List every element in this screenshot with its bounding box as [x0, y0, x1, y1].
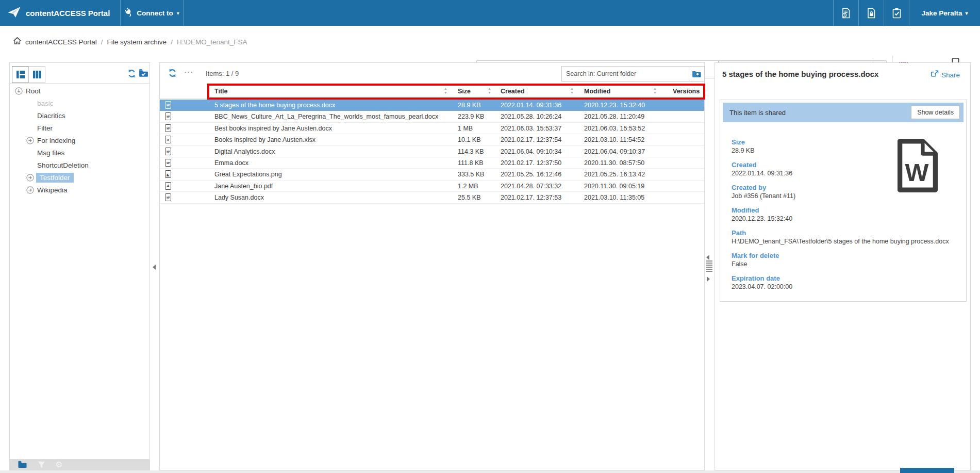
expand-collapse-icon [15, 87, 23, 95]
items-count: Items: 1 / 9 [206, 70, 239, 77]
tree-item-label: Diacritics [37, 112, 65, 120]
breadcrumb-archive[interactable]: File system archive [107, 38, 167, 46]
folder-tree-panel: Root basic Diacritics Filter For indexin… [9, 62, 150, 470]
item-details-panel: 5 stages of the home buying process.docx… [715, 62, 971, 470]
file-created: 2021.02.17. 12:37:54 [501, 136, 561, 143]
tree-item-label: Filter [37, 124, 53, 132]
file-modified: 2021.03.10. 11:54:52 [584, 136, 644, 143]
share-button[interactable]: Share [931, 70, 960, 79]
folders-tab-icon[interactable] [18, 461, 27, 470]
column-view-toggle-icon[interactable] [28, 66, 45, 83]
word-document-icon: W [895, 138, 940, 195]
file-size: 223.9 KB [458, 113, 484, 120]
more-options-icon[interactable]: ··· [184, 67, 193, 76]
select-folder-icon[interactable] [139, 69, 148, 79]
tree-item-basic[interactable]: basic [10, 97, 150, 109]
field-value: False [732, 260, 886, 268]
settings-gear-icon[interactable]: ⚙ [55, 459, 62, 470]
tree-footer-bar: ⚙ [10, 459, 150, 470]
table-row[interactable]: Books inspired by Jane Austen.xlsx 10.1 … [160, 134, 704, 145]
tree-refresh-icon[interactable] [127, 69, 136, 80]
document-lock-icon[interactable] [858, 0, 884, 26]
panel-collapse-left-arrow[interactable] [706, 255, 709, 260]
tree-item-label: Root [26, 87, 41, 95]
file-title: Great Expectations.png [214, 171, 282, 178]
column-header-created[interactable]: Created [501, 88, 525, 95]
field-label: Size [732, 138, 886, 146]
details-title: 5 stages of the home buying process.docx [722, 70, 908, 78]
svg-text:W: W [905, 158, 929, 186]
tasks-document-clock-icon[interactable] [833, 0, 858, 26]
file-list-panel: ··· Items: 1 / 9 Title ▲▼ Size ▲▼ Create… [159, 62, 705, 470]
table-row[interactable]: Lady Susan.docx 25.5 KB 2021.02.17. 12:3… [160, 192, 704, 203]
field-value: Job #356 (Tenant #11) [732, 192, 886, 200]
partially-visible-blue-button[interactable] [900, 468, 954, 473]
tree-view-toggle-icon[interactable] [12, 66, 29, 83]
tree-item-diacritics[interactable]: Diacritics [10, 109, 150, 122]
filter-funnel-icon[interactable] [38, 461, 45, 470]
tree-item-shortcutdeletion[interactable]: ShortcutDeletion [10, 159, 150, 171]
folder-search-button[interactable] [689, 66, 705, 81]
field-mark-for-delete: Mark for delete False [732, 252, 886, 268]
folder-tree: Root basic Diacritics Filter For indexin… [10, 85, 150, 196]
table-row[interactable]: Jane Austen_bio.pdf 1.2 MB 2021.04.28. 0… [160, 181, 704, 192]
expand-icon [26, 137, 34, 144]
list-refresh-icon[interactable] [168, 69, 177, 79]
home-icon[interactable] [13, 37, 21, 46]
panel-collapse-right-arrow[interactable] [707, 276, 710, 282]
breadcrumb-current: H:\DEMO_tenant_FSA [177, 38, 247, 46]
file-size: 25.5 KB [458, 194, 480, 201]
tree-item-label: Wikipedia [37, 186, 68, 194]
tree-item-wikipedia[interactable]: Wikipedia [10, 184, 150, 196]
connect-to-menu[interactable]: Connect to ▾ [120, 0, 184, 26]
field-value: 2022.01.14. 09:31:36 [732, 170, 886, 177]
tree-item-msg-files[interactable]: Msg files [10, 146, 150, 159]
sort-icon[interactable]: ▲▼ [653, 87, 657, 95]
chevron-down-icon: ▾ [177, 10, 179, 16]
file-size: 28.9 KB [458, 102, 480, 109]
column-header-modified[interactable]: Modified [584, 88, 610, 95]
connect-to-label: Connect to [137, 9, 173, 17]
table-row[interactable]: Great Expectations.png 333.5 KB 2021.05.… [160, 169, 704, 180]
details-box: This item is shared Show details Size 28… [720, 100, 967, 302]
show-details-button[interactable]: Show details [911, 106, 960, 119]
tree-item-for-indexing[interactable]: For indexing [10, 134, 150, 146]
tree-item-filter[interactable]: Filter [10, 122, 150, 134]
field-label: Created by [732, 184, 886, 191]
column-header-title[interactable]: Title [214, 88, 227, 95]
word-file-icon [165, 193, 171, 201]
file-title: 5 stages of the home buying process.docx [214, 102, 335, 109]
word-file-icon [165, 159, 171, 167]
file-created: 2021.02.17. 12:37:50 [501, 159, 561, 167]
column-header-size[interactable]: Size [458, 88, 471, 95]
user-menu[interactable]: Jake Peralta ▾ [909, 0, 980, 26]
file-modified: 2021.06.04. 09:10:37 [584, 148, 645, 155]
app-logo[interactable]: contentACCESS Portal [0, 0, 120, 26]
clipboard-check-icon[interactable] [884, 0, 909, 26]
splitter-grip[interactable] [706, 260, 712, 273]
tree-item-testfolder-selected[interactable]: Testfolder [10, 171, 150, 184]
table-row[interactable]: Emma.docx 111.8 KB 2021.02.17. 12:37:50 … [160, 157, 704, 169]
breadcrumb-portal[interactable]: contentACCESS Portal [25, 38, 97, 46]
column-header-versions[interactable]: Versions [673, 88, 700, 95]
word-file-icon [165, 112, 171, 120]
sidebar-collapse-arrow[interactable] [153, 265, 156, 270]
expand-icon [26, 186, 34, 194]
file-title: Books inspired by Jane Austen.xlsx [214, 136, 315, 143]
table-row-selected[interactable]: 5 stages of the home buying process.docx… [160, 100, 704, 111]
field-value: 2020.12.23. 15:32:40 [732, 215, 886, 222]
list-toolbar: ··· Items: 1 / 9 [160, 63, 704, 84]
sort-icon[interactable]: ▲▼ [444, 87, 447, 95]
search-in-folder-input[interactable] [561, 66, 689, 81]
folder-search-icon [692, 70, 702, 78]
table-row[interactable]: Digital Analytics.docx 114.3 KB 2021.06.… [160, 146, 704, 157]
table-row[interactable]: Best books inspired by Jane Austen.docx … [160, 123, 704, 134]
word-file-icon [165, 148, 171, 155]
shared-banner: This item is shared Show details [723, 103, 964, 122]
plug-icon [124, 8, 133, 19]
tree-item-root[interactable]: Root [10, 85, 150, 97]
sort-icon[interactable]: ▲▼ [570, 87, 574, 95]
sort-icon[interactable]: ▲▼ [488, 87, 491, 95]
field-created-by: Created by Job #356 (Tenant #11) [732, 184, 886, 200]
table-row[interactable]: BBC_News_Culture_Art_La_Peregrina_The_wo… [160, 111, 704, 122]
